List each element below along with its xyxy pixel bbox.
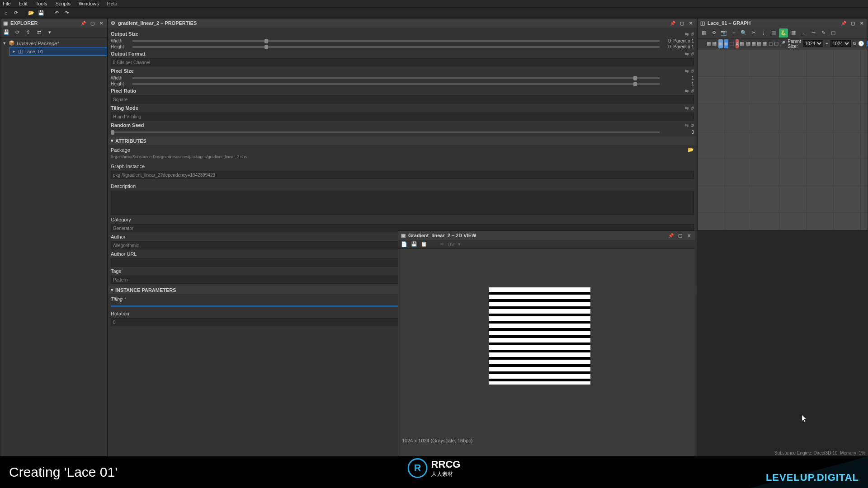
output-icon[interactable]: ▦ bbox=[762, 39, 767, 48]
attributes-header[interactable]: ▾ATTRIBUTES bbox=[108, 136, 697, 145]
inherit-icon[interactable]: ⇋ bbox=[685, 52, 689, 56]
python-icon[interactable]: 🐍 bbox=[779, 28, 788, 38]
inherit-icon[interactable]: ⇋ bbox=[685, 106, 689, 111]
pixel-ratio-field[interactable] bbox=[111, 95, 694, 103]
reset-icon[interactable]: ↻ bbox=[853, 41, 856, 46]
link-icon[interactable]: ⚭ bbox=[825, 41, 829, 46]
graph-canvas[interactable]: Gradient Linear 2 1024x1024 - L16 0.96ms… bbox=[698, 49, 868, 230]
graph-item-row[interactable]: ▸ ◫ Lace_01 bbox=[9, 47, 107, 56]
caret-right-icon[interactable]: ▸ bbox=[12, 48, 16, 54]
chevron-down-icon[interactable]: ▾ bbox=[46, 28, 54, 37]
random-seed-slider[interactable] bbox=[111, 131, 660, 133]
parent-size-select-2[interactable]: 1024 bbox=[830, 40, 851, 47]
comment-icon[interactable]: 🎤 bbox=[779, 39, 786, 48]
dir-warp-icon[interactable]: ⬚ bbox=[729, 39, 734, 48]
levels-icon[interactable]: A bbox=[736, 39, 739, 48]
maximize-icon[interactable]: ▢ bbox=[849, 20, 856, 26]
inherit-icon[interactable]: ⇋ bbox=[685, 123, 689, 128]
graph-instance-field[interactable] bbox=[111, 171, 694, 179]
output-format-field[interactable] bbox=[111, 58, 694, 66]
camera-icon[interactable]: 📷 bbox=[719, 28, 728, 38]
select-icon[interactable]: ▦ bbox=[699, 28, 708, 38]
menu-help[interactable]: Help bbox=[107, 1, 118, 6]
save-icon[interactable]: 💾 bbox=[37, 9, 45, 17]
inherit-icon[interactable]: ⇋ bbox=[685, 69, 689, 74]
pixel-width-slider[interactable] bbox=[132, 77, 660, 79]
open-icon[interactable]: 📂 bbox=[27, 9, 35, 17]
home-icon[interactable]: ⌂ bbox=[2, 9, 10, 17]
tiling-mode-field[interactable] bbox=[111, 113, 694, 121]
wand-icon[interactable]: ✎ bbox=[819, 28, 828, 38]
caret-down-icon[interactable]: ▾ bbox=[2, 40, 7, 46]
logo-text: RRCG bbox=[431, 459, 461, 470]
inherit-icon[interactable]: ⇋ bbox=[685, 32, 689, 37]
close-icon[interactable]: ✕ bbox=[859, 20, 865, 26]
menu-tools[interactable]: Tools bbox=[36, 1, 47, 6]
reset-icon[interactable]: ↺ bbox=[690, 32, 694, 37]
grid-icon[interactable]: ▦ bbox=[789, 28, 798, 38]
parent-size-select-1[interactable]: 1024 bbox=[803, 40, 823, 47]
blur-icon[interactable]: ◉ bbox=[724, 39, 728, 48]
blend-icon[interactable]: ▦ bbox=[751, 39, 756, 48]
reset-icon[interactable]: ↺ bbox=[690, 89, 694, 94]
hsl-icon[interactable]: ▦ bbox=[740, 39, 744, 48]
menu-windows[interactable]: Windows bbox=[79, 1, 99, 6]
pin-icon[interactable]: 📌 bbox=[668, 232, 674, 239]
refresh-icon[interactable]: ⟳ bbox=[12, 9, 20, 17]
cut-icon[interactable]: ✂ bbox=[749, 28, 758, 38]
menu-scripts[interactable]: Scripts bbox=[55, 1, 71, 6]
reload-icon[interactable]: ⟳ bbox=[13, 28, 21, 37]
pin-icon[interactable]: 📌 bbox=[840, 20, 847, 26]
snap-icon[interactable]: ▤ bbox=[769, 28, 778, 38]
menu-edit[interactable]: Edit bbox=[19, 1, 28, 6]
reset-icon[interactable]: ↺ bbox=[690, 123, 694, 128]
export-icon[interactable]: ⇧ bbox=[24, 28, 32, 37]
export-icon[interactable]: 💾 bbox=[411, 241, 417, 247]
layout-icon[interactable]: ⫠ bbox=[799, 28, 808, 38]
transform-icon[interactable]: ▦ bbox=[757, 39, 761, 48]
height-slider[interactable] bbox=[132, 46, 660, 48]
link-icon[interactable]: ⇄ bbox=[35, 28, 43, 37]
pixel-height-slider[interactable] bbox=[132, 83, 660, 85]
close-icon[interactable]: ✕ bbox=[688, 20, 694, 26]
input-icon[interactable]: ▢ bbox=[769, 39, 773, 48]
redo-icon[interactable]: ↷ bbox=[62, 9, 71, 17]
reset-icon[interactable]: ↺ bbox=[690, 106, 694, 111]
undo-icon[interactable]: ↶ bbox=[52, 9, 61, 17]
align-icon[interactable]: ⫶ bbox=[759, 28, 768, 38]
perf-icon[interactable]: 👤 bbox=[865, 39, 868, 48]
package-row[interactable]: ▾ 📦 Unsaved Package* bbox=[0, 39, 107, 47]
copy-icon[interactable]: 📋 bbox=[421, 241, 427, 247]
grayscale-icon[interactable]: ▦ bbox=[746, 39, 750, 48]
close-icon[interactable]: ✕ bbox=[686, 232, 692, 239]
crosshair-icon[interactable]: ✛ bbox=[440, 241, 444, 247]
pin-icon[interactable]: 📌 bbox=[80, 20, 86, 26]
close-icon[interactable]: ✕ bbox=[98, 20, 104, 26]
maximize-icon[interactable]: ▢ bbox=[679, 20, 685, 26]
maximize-icon[interactable]: ▢ bbox=[89, 20, 95, 26]
browse-icon[interactable]: 📂 bbox=[688, 147, 694, 153]
inherit-icon[interactable]: ⇋ bbox=[685, 89, 689, 94]
width-slider[interactable] bbox=[132, 40, 660, 42]
zoom-out-icon[interactable]: 🔍 bbox=[739, 28, 748, 38]
tile-gen-icon[interactable]: ▦ bbox=[707, 39, 711, 48]
description-field[interactable] bbox=[111, 191, 694, 215]
uv-label[interactable]: UV bbox=[448, 242, 454, 247]
chevron-down-icon[interactable]: ▾ bbox=[458, 241, 461, 247]
pin-icon[interactable]: 📌 bbox=[670, 20, 676, 26]
reset-icon[interactable]: ↺ bbox=[690, 69, 694, 74]
maximize-icon[interactable]: ▢ bbox=[677, 232, 683, 239]
normal-icon[interactable]: ◉ bbox=[718, 39, 723, 48]
menu-file[interactable]: File bbox=[3, 1, 11, 6]
save-icon[interactable]: 📄 bbox=[401, 241, 407, 247]
move-icon[interactable]: ✥ bbox=[709, 28, 718, 38]
output2-icon[interactable]: ▢ bbox=[774, 39, 778, 48]
frame-icon[interactable]: ▢ bbox=[829, 28, 838, 38]
timing-icon[interactable]: 🕑 bbox=[858, 39, 864, 48]
zoom-in-icon[interactable]: ＋ bbox=[729, 28, 738, 38]
view2d-viewport[interactable]: 1024 x 1024 (Grayscale, 16bpc) bbox=[398, 249, 695, 456]
save-icon[interactable]: 💾 bbox=[2, 28, 10, 37]
reset-icon[interactable]: ↺ bbox=[690, 52, 694, 56]
connect-icon[interactable]: ⤳ bbox=[809, 28, 818, 38]
tile-rand-icon[interactable]: ▦ bbox=[712, 39, 717, 48]
